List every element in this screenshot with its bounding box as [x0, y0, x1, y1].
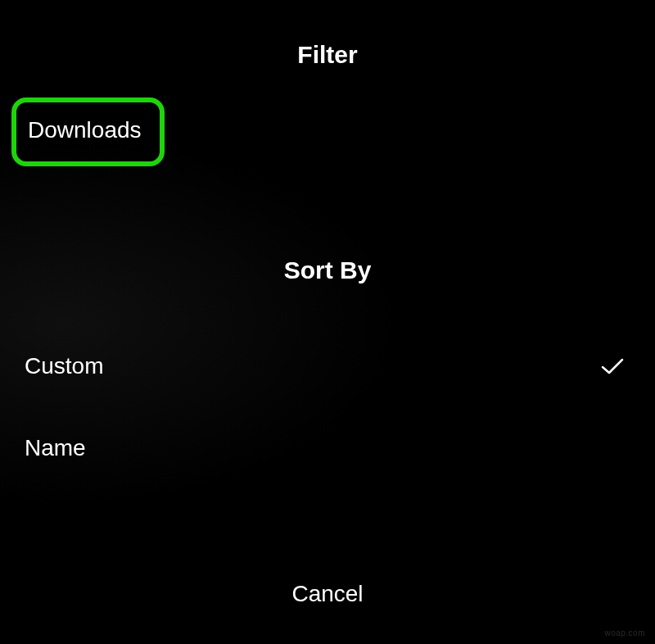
filter-sort-panel: Filter Downloads Sort By Custom Name Can… — [0, 0, 655, 644]
filter-option-downloads[interactable]: Downloads — [11, 98, 165, 166]
sort-header-label: Sort By — [284, 256, 372, 283]
filter-option-label: Downloads — [28, 117, 142, 143]
cancel-label: Cancel — [291, 581, 363, 606]
checkmark-icon — [601, 358, 624, 374]
filter-options-group: Downloads — [0, 98, 655, 166]
cancel-button[interactable]: Cancel — [0, 581, 655, 607]
sort-option-custom[interactable]: Custom — [0, 325, 655, 407]
sort-options-group: Custom Name — [0, 325, 655, 489]
filter-section-header: Filter — [0, 41, 655, 69]
sort-option-label: Name — [25, 435, 86, 461]
sort-section-header: Sort By — [0, 256, 655, 284]
filter-header-label: Filter — [297, 41, 357, 68]
watermark: woap.com — [604, 628, 645, 637]
sort-option-name[interactable]: Name — [0, 407, 655, 489]
sort-option-label: Custom — [25, 353, 103, 379]
